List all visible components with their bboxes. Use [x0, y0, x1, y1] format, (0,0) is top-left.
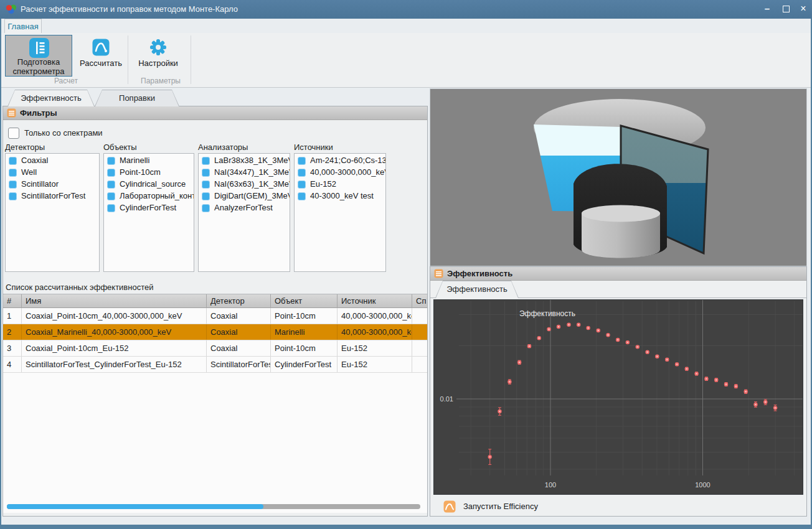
list-item[interactable]: NaI(34x47)_1K_3MeV: [199, 167, 290, 179]
results-table[interactable]: #ИмяДетекторОбъектИсточникСп 1Coaxial_Po…: [3, 294, 427, 513]
filter-listbox[interactable]: Am-241;Co-60;Cs-13740,000-3000,000_keVEu…: [294, 153, 386, 272]
minimize-button[interactable]: –: [758, 0, 776, 19]
results-header-row: #ИмяДетекторОбъектИсточникСп: [3, 294, 427, 308]
list-item-label: Coaxial: [21, 156, 48, 165]
list-item[interactable]: LaBr38x38_1K_3MeV: [199, 156, 290, 167]
column-header[interactable]: Детектор: [207, 294, 271, 308]
ribbon-group-calc: Расчет: [5, 77, 127, 85]
checked-checkbox-icon[interactable]: [9, 169, 17, 177]
checked-checkbox-icon[interactable]: [298, 192, 306, 200]
list-item[interactable]: Cylindrical_source: [104, 179, 194, 191]
checked-checkbox-icon[interactable]: [9, 192, 17, 200]
list-item[interactable]: 40,000-3000,000_keV: [295, 167, 385, 179]
list-item[interactable]: AnalyzerForTest: [199, 203, 290, 215]
list-item-label: NaI(63x63)_1K_3MeV: [214, 179, 290, 189]
checked-checkbox-icon[interactable]: [107, 192, 115, 200]
checked-checkbox-icon[interactable]: [107, 204, 115, 212]
list-item[interactable]: Well: [6, 167, 99, 179]
unchecked-checkbox[interactable]: [8, 128, 19, 139]
list-item-label: Eu-152: [310, 179, 336, 189]
run-efficiency-button[interactable]: Запустить Efficiency: [433, 499, 803, 515]
checked-checkbox-icon[interactable]: [9, 180, 17, 189]
column-header[interactable]: Сп: [412, 294, 427, 308]
table-cell: Coaxial_Point-10cm_40,000-3000,000_keV: [22, 308, 207, 324]
column-header[interactable]: Источник: [338, 294, 412, 308]
list-item-label: Scintillator: [21, 179, 59, 189]
table-cell: Coaxial_Marinelli_40,000-3000,000_keV: [22, 324, 207, 340]
table-cell: 1: [3, 308, 22, 324]
prepare-spectrometer-button[interactable]: Подготовка спектрометра: [5, 35, 72, 77]
close-button[interactable]: ×: [795, 0, 812, 19]
table-cell: Eu-152: [338, 357, 412, 372]
list-item[interactable]: DigiDart(GEM)_3MeV: [199, 191, 290, 203]
checked-checkbox-icon[interactable]: [107, 169, 115, 177]
list-item[interactable]: Point-10cm: [104, 167, 194, 179]
list-item[interactable]: Marinelli: [104, 156, 194, 167]
horizontal-scrollbar[interactable]: [7, 504, 420, 509]
list-item[interactable]: 40-3000_keV test: [295, 191, 385, 203]
column-header[interactable]: Объект: [271, 294, 338, 308]
filter-list-label: Объекты: [103, 143, 194, 153]
filter-list-label: Детекторы: [5, 143, 100, 153]
list-item[interactable]: Eu-152: [295, 179, 385, 191]
only-with-spectra-label: Только со спектрами: [24, 128, 103, 138]
maximize-button[interactable]: [777, 0, 795, 19]
checked-checkbox-icon[interactable]: [107, 157, 115, 165]
list-item[interactable]: ScintillatorForTest: [6, 191, 99, 203]
checked-checkbox-icon[interactable]: [298, 169, 306, 177]
table-row[interactable]: 2Coaxial_Marinelli_40,000-3000,000_keVCo…: [3, 324, 427, 340]
svg-text:100: 100: [545, 481, 556, 489]
table-cell: Coaxial: [207, 324, 271, 340]
checked-checkbox-icon[interactable]: [298, 180, 306, 189]
filter-listbox[interactable]: MarinelliPoint-10cmCylindrical_sourceЛаб…: [103, 153, 194, 272]
checked-checkbox-icon[interactable]: [202, 204, 210, 212]
results-list-label: Список рассчитанных эффективностей: [6, 283, 154, 292]
table-row[interactable]: 4ScintillatorForTest_CylinderForTest_Eu-…: [3, 357, 427, 373]
3d-model-view[interactable]: [430, 88, 807, 266]
list-item-label: 40-3000_keV test: [310, 191, 374, 200]
filter-listbox[interactable]: CoaxialWellScintillatorScintillatorForTe…: [5, 153, 100, 272]
settings-button[interactable]: Настройки: [131, 35, 186, 77]
checked-checkbox-icon[interactable]: [202, 157, 210, 165]
efficiency-header-icon: [434, 269, 443, 278]
list-item[interactable]: NaI(63x63)_1K_3MeV: [199, 179, 290, 191]
checked-checkbox-icon[interactable]: [9, 157, 17, 165]
column-header[interactable]: #: [3, 294, 22, 308]
table-cell: Point-10cm: [271, 340, 338, 356]
ribbon-separator: [191, 35, 191, 84]
tab-corrections[interactable]: Поправки: [95, 90, 179, 106]
gear-icon: [149, 38, 168, 57]
checked-checkbox-icon[interactable]: [298, 157, 306, 165]
table-row[interactable]: 3Coaxial_Point-10cm_Eu-152CoaxialPoint-1…: [3, 340, 427, 357]
table-cell: Marinelli: [271, 324, 338, 340]
scrollbar-thumb[interactable]: [7, 504, 263, 509]
filter-list: ИсточникиAm-241;Co-60;Cs-13740,000-3000,…: [294, 143, 386, 272]
results-rows: 1Coaxial_Point-10cm_40,000-3000,000_keVC…: [3, 308, 427, 373]
checked-checkbox-icon[interactable]: [202, 180, 210, 189]
calculate-button[interactable]: Рассчитать: [76, 35, 126, 77]
table-row[interactable]: 1Coaxial_Point-10cm_40,000-3000,000_keVC…: [3, 308, 427, 324]
tab-efficiency-chart[interactable]: Эффективность: [435, 281, 519, 298]
curve-icon: [92, 39, 110, 56]
tab-efficiency[interactable]: Эффективность: [7, 90, 95, 106]
filter-listbox[interactable]: LaBr38x38_1K_3MeVNaI(34x47)_1K_3MeVNaI(6…: [198, 153, 290, 272]
column-header[interactable]: Имя: [22, 294, 207, 308]
list-item[interactable]: Coaxial: [6, 156, 99, 167]
app-window: Расчет эффективности и поправок методом …: [0, 0, 812, 529]
list-item[interactable]: CylinderForTest: [104, 203, 194, 215]
table-cell: Eu-152: [338, 340, 412, 356]
checked-checkbox-icon[interactable]: [202, 192, 210, 200]
prepare-spectrometer-label-line1: Подготовка: [6, 57, 72, 67]
efficiency-chart[interactable]: 10010000.01Эффективность: [433, 299, 803, 495]
list-item[interactable]: Am-241;Co-60;Cs-137: [295, 156, 385, 167]
ribbon-tab-main[interactable]: Главная: [4, 19, 42, 34]
list-item[interactable]: Лабораторный_контейнер: [104, 191, 194, 203]
list-item[interactable]: Scintillator: [6, 179, 99, 191]
run-efficiency-label: Запустить Efficiency: [463, 502, 538, 511]
window-title: Расчет эффективности и поправок методом …: [21, 4, 238, 14]
3d-marinelli-render: [430, 89, 806, 266]
checked-checkbox-icon[interactable]: [107, 180, 115, 189]
title-bar[interactable]: Расчет эффективности и поправок методом …: [0, 0, 812, 19]
checked-checkbox-icon[interactable]: [202, 169, 210, 177]
list-item-label: Well: [21, 167, 37, 177]
